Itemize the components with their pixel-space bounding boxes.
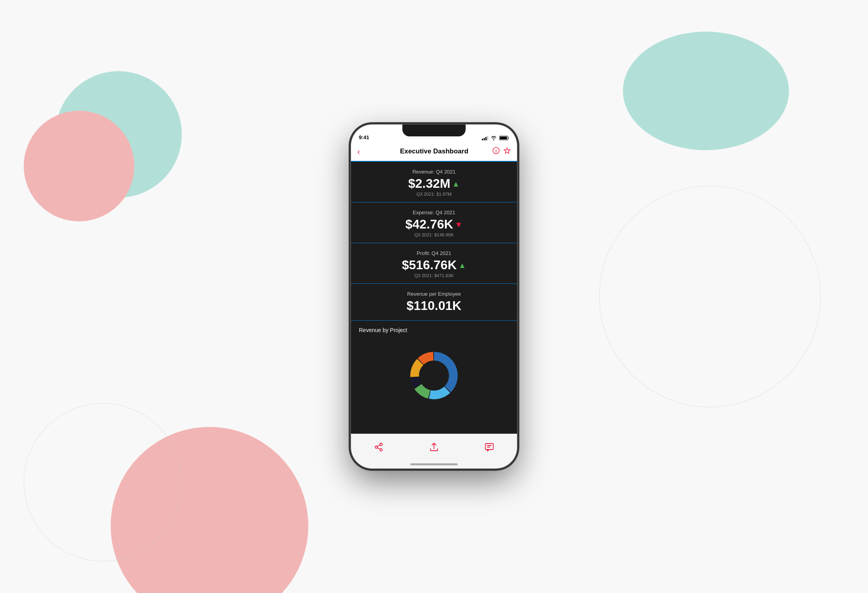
svg-line-14 [377,445,380,446]
back-button[interactable]: ‹ [357,147,360,156]
bg-pink-left [24,111,134,221]
svg-rect-6 [500,137,507,140]
bg-dashed-circle-left [24,403,182,561]
svg-point-12 [380,449,382,451]
svg-point-11 [375,446,377,448]
chart-card: Revenue by Project [351,321,517,419]
svg-point-10 [380,443,382,446]
profit-card: Profit: Q4 2021 $516.76K ▲ Q3 2021: $471… [351,243,517,284]
bg-dashed-circle-right [599,186,821,407]
nav-actions: i [492,147,511,156]
home-bar [410,463,458,465]
bg-teal-top-right [623,32,789,150]
chart-title: Revenue by Project [359,327,509,333]
svg-rect-5 [508,137,509,139]
share-button[interactable] [374,442,383,452]
svg-rect-0 [482,139,483,140]
phone-screen: 9:41 [351,125,517,468]
upload-button[interactable] [430,442,438,452]
revenue-arrow-up: ▲ [452,180,460,188]
comment-button[interactable] [485,442,494,452]
star-button[interactable] [504,147,511,156]
svg-rect-3 [487,136,489,140]
expense-card: Expense: Q4 2021 $42.76K ▼ Q3 2021: $148… [351,202,517,243]
donut-chart [400,342,468,409]
profit-label: Profit: Q4 2021 [359,250,509,256]
revenue-value-row: $2.32M ▲ [359,176,509,191]
home-indicator [351,460,517,468]
profit-arrow-up: ▲ [458,261,466,269]
revenue-label: Revenue: Q4 2021 [359,169,509,175]
svg-text:i: i [495,149,496,153]
nav-title: Executive Dashboard [364,147,504,155]
expense-value: $42.76K [406,217,453,232]
signal-icon [482,136,488,140]
screen-content: Revenue: Q4 2021 $2.32M ▲ Q3 2021: $1.87… [351,162,517,434]
revenue-prev: Q3 2021: $1.87M [359,192,509,196]
svg-rect-15 [485,444,493,449]
expense-label: Expense: Q4 2021 [359,210,509,215]
expense-arrow-down: ▼ [455,221,463,229]
revenue-card: Revenue: Q4 2021 $2.32M ▲ Q3 2021: $1.87… [351,162,517,202]
bottom-bar [351,434,517,460]
rev-per-employee-card: Revenue per Employee $110.01K [351,284,517,321]
profit-value-row: $516.76K ▲ [359,258,509,272]
wifi-icon [491,136,497,140]
rev-per-employee-value-row: $110.01K [359,298,509,313]
svg-marker-9 [504,148,510,153]
expense-prev: Q3 2021: $148.90K [359,232,509,237]
svg-rect-2 [485,137,487,140]
profit-prev: Q3 2021: $471.63K [359,273,509,278]
svg-rect-1 [484,138,485,140]
info-button[interactable]: i [492,147,500,156]
status-time: 9:41 [359,134,369,140]
phone-device: 9:41 [351,125,517,468]
nav-bar: ‹ Executive Dashboard i [351,142,517,162]
phone-notch [402,125,466,136]
donut-wrapper [359,338,509,413]
profit-value: $516.76K [402,258,457,272]
battery-icon [499,136,509,140]
expense-value-row: $42.76K ▼ [359,217,509,232]
rev-per-employee-label: Revenue per Employee [359,291,509,297]
status-icons [482,136,509,140]
svg-line-13 [377,448,380,449]
rev-per-employee-value: $110.01K [407,298,462,313]
revenue-value: $2.32M [408,176,451,191]
